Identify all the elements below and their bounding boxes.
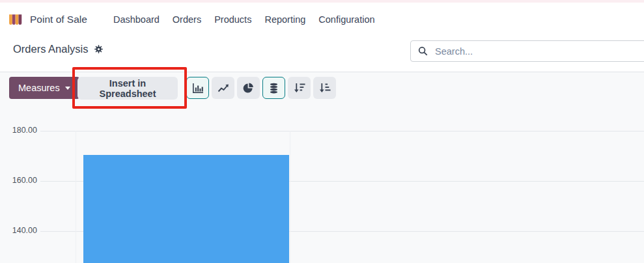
view-switcher <box>186 77 336 99</box>
insert-in-spreadsheet-button[interactable]: Insert in Spreadsheet <box>77 77 178 100</box>
sort-descending-icon <box>294 83 305 93</box>
app-name[interactable]: Point of Sale <box>30 14 87 25</box>
nav-menu: Dashboard Orders Products Reporting Conf… <box>100 14 375 25</box>
bar-chart-icon <box>192 83 204 94</box>
view-button-sort-descending[interactable] <box>288 77 311 99</box>
y-axis-tick-label: 140.00 <box>8 226 37 235</box>
chart-bar[interactable] <box>83 155 289 263</box>
search-input[interactable] <box>434 46 644 57</box>
vertical-gridline <box>290 131 290 263</box>
point-of-sale-app-icon <box>8 12 24 28</box>
chevron-down-icon <box>65 87 70 90</box>
view-button-bar-chart[interactable] <box>186 77 209 99</box>
search-icon <box>418 46 428 56</box>
measures-button[interactable]: Measures <box>9 77 79 99</box>
nav-item-orders[interactable]: Orders <box>173 14 201 25</box>
nav-item-products[interactable]: Products <box>214 14 251 25</box>
nav-item-configuration[interactable]: Configuration <box>318 14 374 25</box>
gear-icon[interactable] <box>94 45 103 53</box>
page-title: Orders Analysis <box>13 43 89 55</box>
view-button-pie-chart[interactable] <box>237 77 260 99</box>
measures-button-label: Measures <box>18 83 60 93</box>
y-axis-tick-label: 180.00 <box>8 126 37 135</box>
pie-chart-icon <box>243 83 254 94</box>
line-chart-icon <box>217 83 229 93</box>
y-axis-tick-label: 160.00 <box>8 176 37 185</box>
vertical-gridline <box>76 131 76 263</box>
nav-item-reporting[interactable]: Reporting <box>264 14 305 25</box>
view-button-sort-ascending[interactable] <box>313 77 336 99</box>
sort-ascending-icon <box>319 83 331 93</box>
breadcrumb: Orders Analysis <box>13 43 103 55</box>
search-box[interactable] <box>410 40 644 62</box>
nav-item-dashboard[interactable]: Dashboard <box>113 14 160 25</box>
insert-in-spreadsheet-label: Insert in Spreadsheet <box>81 78 174 99</box>
view-button-stacked[interactable] <box>262 77 285 99</box>
view-button-line-chart[interactable] <box>212 77 234 99</box>
gridline <box>40 131 644 132</box>
chart-layer: 180.00160.00140.00 <box>0 72 644 263</box>
pos-orders-analysis-screen: Point of Sale Dashboard Orders Products … <box>0 0 644 263</box>
main-navbar: Point of Sale Dashboard Orders Products … <box>0 3 644 36</box>
app-switcher[interactable]: Point of Sale <box>8 12 87 28</box>
stacked-icon <box>269 83 279 94</box>
